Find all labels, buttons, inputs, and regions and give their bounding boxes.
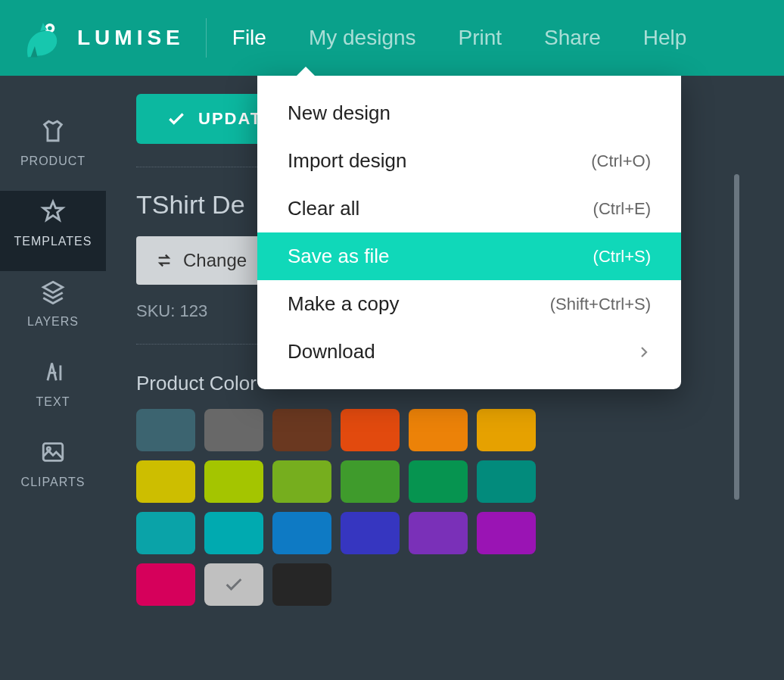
menu-help[interactable]: Help	[643, 26, 687, 50]
check-icon	[223, 574, 244, 595]
color-swatch[interactable]	[477, 512, 536, 554]
star-outline-icon	[40, 198, 66, 224]
image-icon	[40, 439, 66, 465]
logo: LUMISE	[20, 16, 185, 60]
shortcut: (Shift+Ctrl+S)	[550, 295, 651, 314]
item-label: Import design	[288, 149, 407, 173]
shirt-icon	[40, 118, 66, 144]
check-icon	[166, 109, 186, 129]
menu-share[interactable]: Share	[544, 26, 601, 50]
item-label: Clear all	[288, 197, 359, 220]
color-swatch[interactable]	[409, 409, 468, 451]
menu-clear-all[interactable]: Clear all (Ctrl+E)	[257, 185, 681, 232]
color-swatch[interactable]	[272, 563, 331, 606]
color-swatch[interactable]	[136, 512, 195, 554]
color-swatch[interactable]	[272, 512, 331, 554]
tool-label: TEXT	[36, 395, 70, 409]
item-label: Make a copy	[288, 292, 399, 316]
color-swatch[interactable]	[204, 563, 263, 606]
tool-label: PRODUCT	[20, 154, 86, 168]
color-swatch[interactable]	[136, 409, 195, 451]
menu-save-as-file[interactable]: Save as file (Ctrl+S)	[257, 232, 681, 280]
tool-layers[interactable]: LAYERS	[0, 271, 106, 351]
shortcut: (Ctrl+E)	[593, 199, 651, 219]
menu-print[interactable]: Print	[459, 26, 502, 50]
item-label: Download	[288, 340, 375, 363]
color-swatch[interactable]	[477, 460, 536, 503]
color-swatch[interactable]	[272, 409, 331, 451]
color-swatch[interactable]	[341, 512, 400, 554]
tool-product[interactable]: PRODUCT	[0, 111, 106, 191]
color-swatch[interactable]	[341, 460, 400, 503]
brand-text: LUMISE	[77, 26, 185, 50]
menu-file[interactable]: File	[232, 26, 266, 50]
file-dropdown: New design Import design (Ctrl+O) Clear …	[257, 76, 681, 389]
color-swatch[interactable]	[272, 460, 331, 503]
color-swatch[interactable]	[136, 563, 195, 606]
menu-download[interactable]: Download	[257, 328, 681, 376]
chevron-right-icon	[637, 345, 651, 359]
color-swatch[interactable]	[477, 409, 536, 451]
color-swatches	[136, 409, 560, 606]
shortcut: (Ctrl+O)	[591, 151, 651, 171]
tool-label: LAYERS	[27, 315, 79, 329]
color-swatch[interactable]	[136, 460, 195, 503]
color-swatch[interactable]	[409, 460, 468, 503]
menu-new-design[interactable]: New design	[257, 89, 681, 137]
menu-make-a-copy[interactable]: Make a copy (Shift+Ctrl+S)	[257, 280, 681, 328]
text-icon	[40, 359, 66, 385]
divider	[206, 18, 207, 58]
shortcut: (Ctrl+S)	[593, 247, 651, 267]
color-swatch[interactable]	[204, 512, 263, 554]
scrollbar[interactable]	[734, 174, 739, 500]
tool-label: CLIPARTS	[21, 476, 86, 489]
svg-point-1	[48, 27, 51, 30]
svg-point-3	[47, 448, 50, 451]
color-swatch[interactable]	[341, 409, 400, 451]
swap-icon	[156, 252, 173, 269]
change-label: Change	[183, 250, 247, 271]
tool-label: TEMPLATES	[14, 235, 92, 248]
tool-text[interactable]: TEXT	[0, 351, 106, 432]
tool-templates[interactable]: TEMPLATES	[0, 191, 106, 271]
layers-icon	[40, 279, 66, 304]
item-label: Save as file	[288, 245, 389, 268]
color-swatch[interactable]	[204, 460, 263, 503]
color-swatch[interactable]	[204, 409, 263, 451]
item-label: New design	[288, 101, 390, 125]
menu-import-design[interactable]: Import design (Ctrl+O)	[257, 137, 681, 185]
color-swatch[interactable]	[409, 512, 468, 554]
main-menu: File My designs Print Share Help	[232, 26, 687, 50]
tool-cliparts[interactable]: CLIPARTS	[0, 432, 106, 512]
logo-icon	[20, 16, 64, 60]
top-bar: LUMISE File My designs Print Share Help	[0, 0, 784, 76]
change-button[interactable]: Change	[136, 236, 266, 285]
menu-my-designs[interactable]: My designs	[309, 26, 416, 50]
left-sidebar: PRODUCT TEMPLATES LAYERS TEXT CLIPARTS	[0, 76, 106, 680]
